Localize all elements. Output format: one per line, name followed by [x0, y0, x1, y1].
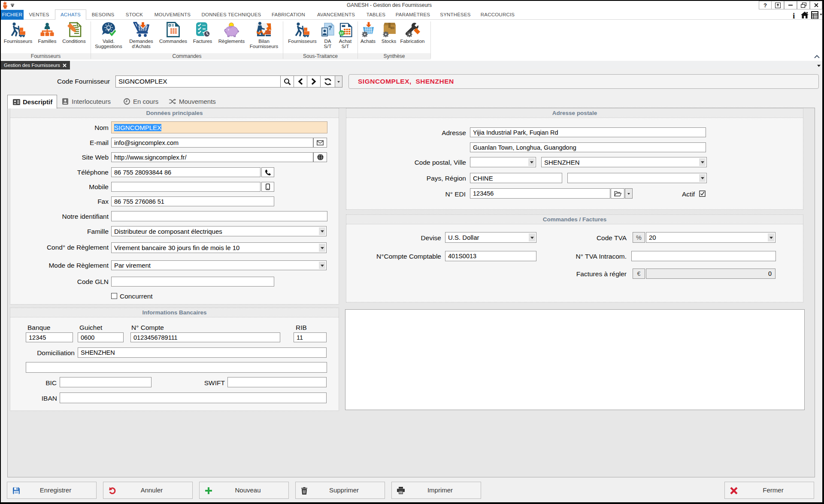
svg-text:?: ?: [328, 24, 332, 31]
svg-text:ST: ST: [339, 32, 344, 35]
svg-text:?: ?: [763, 3, 767, 8]
